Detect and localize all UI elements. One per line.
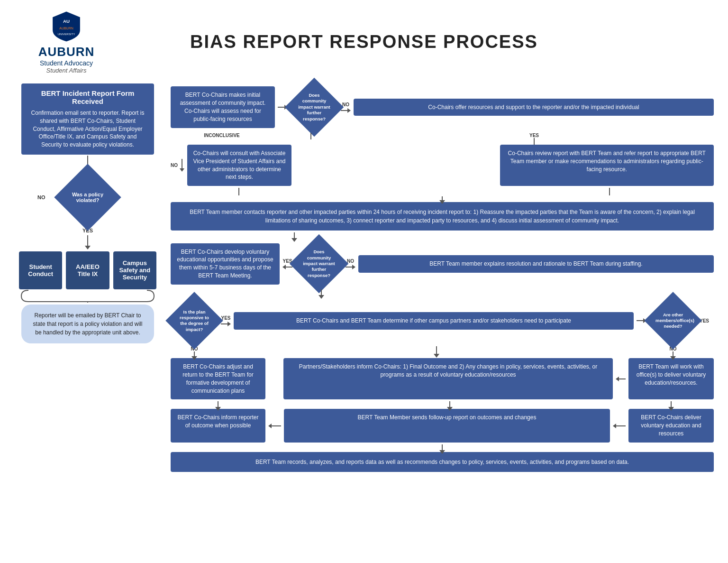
arrow-r5-right [616,358,626,399]
bert-cochair-adjust-box: BERT Co-Chairs adjust and return to the … [171,358,265,399]
outcome-box-student-conduct: Student Conduct [19,251,62,289]
bert-cochair-inform-box: BERT Co-Chairs inform reporter of outcom… [171,409,265,442]
arrow-r6-right [613,409,626,442]
bert-team-records-box: BERT Team records, analyzes, and reports… [171,452,714,472]
bert-team-followup-box: BERT Team Member sends follow-up report … [284,409,610,442]
reporter-box: Reporter will be emailed by BERT Chair t… [21,305,154,343]
vc-r4-right-down [673,351,673,357]
vc-r4-center-down [436,346,437,355]
plan-responsive-diamond-text: Is the plan responsive to the degree of … [177,309,212,332]
bert-cochair-determine-box: BERT Co-Chairs and BERT Team determine i… [234,312,634,330]
bert-cochair-develop-box: BERT Co-Chairs develop voluntary educati… [171,243,280,285]
no-label-r1: NO [342,102,349,107]
rfc-row5: BERT Co-Chairs adjust and return to the … [171,358,714,399]
bert-cochair-initial-box: BERT Co-Chairs makes initial assessment … [171,86,275,128]
content-area: BERT Incident Report Form Received Confi… [14,83,714,472]
vc-row2-right [609,188,610,195]
policy-violated-text: Was a policy violated? [68,192,107,203]
arrow-down-2 [87,235,88,247]
vc-r5-center-down [449,401,450,408]
no-label-left-panel: NO [37,194,46,200]
community-impact-diamond2-text: Does community impact warrant further re… [301,249,337,278]
rfc-row6: BERT Co-Chairs inform reporter of outcom… [171,409,714,442]
bert-incident-title: BERT Incident Report Form Received [29,89,146,105]
rfc-labels-row: INCONCLUSIVE YES [171,133,714,145]
cochair-offer-resources-box: Co-Chairs offer resources and support to… [354,99,714,116]
cochair-review-report-box: Co-Chairs review report with BERT Team a… [500,145,714,186]
vc-diamond1-down [310,133,311,139]
vc-r1-yes-down [534,138,535,145]
svg-text:UNIVERSITY: UNIVERSITY [58,32,75,36]
rfc-row4: Is the plan responsive to the degree of … [171,297,714,344]
left-panel: BERT Incident Report Form Received Confi… [14,83,161,343]
bert-incident-body: Confirmation email sent to reporter. Rep… [29,109,146,149]
student-affairs-label: Student Affairs [46,67,87,74]
vc-bottom-arrow [442,444,443,451]
auburn-title: AUBURN [38,45,95,59]
right-flowchart: BERT Co-Chairs makes initial assessment … [171,83,714,472]
community-impact-diamond1-wrap: Does community impact warrant further re… [291,83,338,131]
auburn-logo-icon: AU AUBURN UNIVERSITY [50,9,83,43]
svg-text:AU: AU [63,18,70,24]
members-needed-diamond-text: Are other members/office(s) needed? [655,312,691,330]
student-advocacy-label: Student Advocacy [40,59,93,67]
outcome-box-campus-safety: Campus Safety and Security [113,251,156,289]
page-title: BIAS REPORT RESPONSE PROCESS [118,32,714,52]
partners-inform-cochair-box: Partners/Stakeholders inform Co-Chairs: … [283,358,613,399]
vc-r4-plan-down [194,351,195,357]
vc-row3-pre [171,232,714,239]
community-impact-diamond2-wrap: Does community impact warrant further re… [295,240,343,287]
rfc-wide1-vc [171,196,714,201]
cochair-consult-vp-box: Co-Chairs will consult with Associate Vi… [187,145,291,186]
vc-wide1-arrow [442,196,443,201]
page: AU AUBURN UNIVERSITY AUBURN Student Advo… [0,0,728,563]
vc-r5-left-down [218,401,218,408]
rfc-row2: NO Co-Chairs will consult with Associate… [171,145,714,186]
vc-r3-down [321,289,322,296]
bert-team-contacts-box: BERT Team member contacts reporter and o… [171,202,714,231]
policy-violated-diamond-wrap: Was a policy violated? NO [59,169,116,226]
arrow-r6-mid [268,409,281,442]
svg-text:AUBURN: AUBURN [59,27,73,30]
outcome-box-aa-eeo: AA/EEO Title IX [66,251,109,289]
rfc-vc-r5 [171,401,714,408]
logo-area: AU AUBURN UNIVERSITY AUBURN Student Advo… [14,9,118,74]
vc-row2-left [238,188,239,195]
no-label-r2: NO [171,163,178,168]
members-needed-diamond-wrap: Are other members/office(s) needed? [649,297,697,344]
rfc-row3: BERT Co-Chairs develop voluntary educati… [171,240,714,287]
rfc-vc-r3 [171,289,714,296]
bert-team-explains-box: BERT Team member explains resolution and… [358,255,714,273]
rfc-row1: BERT Co-Chairs makes initial assessment … [171,83,714,131]
bert-incident-box: BERT Incident Report Form Received Confi… [21,83,154,155]
vc-row3-arrow [294,232,295,239]
vc-r5-right-down [671,401,672,408]
right-panel: BERT Co-Chairs makes initial assessment … [171,83,714,472]
inconclusive-label: INCONCLUSIVE [204,133,240,138]
yes-label-r1: YES [529,133,539,138]
plan-responsive-diamond-wrap: Is the plan responsive to the degree of … [171,297,218,344]
bert-cochair-deliver-box: BERT Co-Chairs deliver voluntary educati… [628,409,714,442]
bert-team-work-box: BERT Team will work with office(s) to de… [628,358,714,399]
rfc-vc-row2 [171,188,714,195]
vc-bottom-pre [171,444,714,451]
header: AU AUBURN UNIVERSITY AUBURN Student Advo… [14,9,714,74]
curly-brace [19,289,156,303]
outcome-boxes: Student Conduct AA/EEO Title IX Campus S… [19,251,156,289]
rfc-vc-r4: NO NO [171,346,714,357]
community-impact-diamond1-text: Does community impact warrant further re… [296,92,332,122]
